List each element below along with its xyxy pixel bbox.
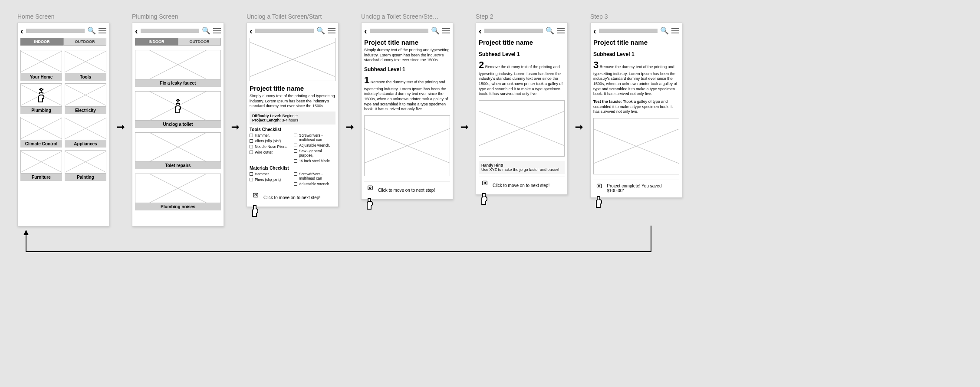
tile-tools[interactable]: Tools bbox=[65, 50, 106, 81]
pointer-icon bbox=[592, 193, 605, 208]
wireframe-flow: Home Screen ‹ 🔍 INDOOR OUTDOOR Your Home… bbox=[17, 13, 963, 226]
category-grid: Your Home Tools Plumbing Electricity Cli… bbox=[20, 50, 106, 181]
tools-heading: Tools Checklist bbox=[250, 127, 335, 132]
tap-icon bbox=[366, 185, 375, 195]
svg-point-5 bbox=[369, 187, 371, 189]
tile-furniture[interactable]: Furniture bbox=[20, 150, 62, 181]
pointer-icon bbox=[477, 190, 490, 205]
checkbox[interactable] bbox=[250, 172, 253, 176]
back-icon[interactable]: ‹ bbox=[250, 26, 253, 35]
back-icon[interactable]: ‹ bbox=[593, 26, 596, 35]
next-step-button[interactable]: Click to move on to next step! bbox=[250, 189, 335, 202]
step-body: 3 Remove the dummy text of the printing … bbox=[593, 59, 679, 97]
tab-indoor[interactable]: INDOOR bbox=[135, 38, 178, 46]
tile-climate[interactable]: Climate Control bbox=[20, 117, 62, 148]
tile-painting[interactable]: Painting bbox=[65, 150, 106, 181]
loopback-arrow bbox=[17, 226, 660, 261]
tabs: INDOOR OUTDOOR bbox=[20, 38, 106, 46]
svg-point-9 bbox=[599, 185, 600, 187]
step-body: 1 Remove the dummy text of the printing … bbox=[364, 74, 450, 112]
tap-icon bbox=[35, 88, 48, 102]
topbar: ‹ 🔍 bbox=[479, 26, 565, 38]
svg-rect-8 bbox=[597, 184, 601, 188]
search-input[interactable] bbox=[599, 29, 658, 33]
tile-plumbing[interactable]: Plumbing bbox=[20, 83, 62, 114]
menu-icon[interactable] bbox=[99, 28, 106, 33]
search-input[interactable] bbox=[255, 29, 314, 33]
list-item[interactable]: Tolet repairs bbox=[135, 132, 221, 169]
flow-arrow: ➞ bbox=[230, 13, 240, 133]
svg-rect-2 bbox=[253, 193, 258, 197]
checkbox[interactable] bbox=[250, 178, 253, 181]
checkbox[interactable] bbox=[294, 172, 297, 176]
search-icon[interactable]: 🔍 bbox=[660, 27, 669, 34]
search-input[interactable] bbox=[370, 29, 428, 33]
screen-label: Step 2 bbox=[476, 13, 568, 20]
search-icon[interactable]: 🔍 bbox=[431, 27, 440, 34]
back-icon[interactable]: ‹ bbox=[135, 26, 138, 35]
topbar: ‹ 🔍 bbox=[593, 26, 679, 38]
topbar: ‹ 🔍 bbox=[135, 26, 221, 38]
flow-arrow: ➞ bbox=[574, 13, 584, 133]
back-icon[interactable]: ‹ bbox=[20, 26, 23, 35]
tab-indoor[interactable]: INDOOR bbox=[20, 38, 63, 46]
menu-icon[interactable] bbox=[442, 28, 450, 33]
checkbox[interactable] bbox=[250, 139, 253, 143]
checkbox[interactable] bbox=[294, 149, 297, 153]
search-icon[interactable]: 🔍 bbox=[316, 27, 325, 34]
project-title: Project title name bbox=[364, 39, 450, 46]
checkbox[interactable] bbox=[294, 134, 297, 137]
tap-icon bbox=[171, 98, 184, 113]
search-input[interactable] bbox=[141, 29, 199, 33]
subhead: Subhead Level 1 bbox=[593, 51, 679, 57]
checkbox[interactable] bbox=[250, 151, 253, 154]
screen-plumbing: Plumbing Screen ‹ 🔍 INDOOR OUTDOOR Fix a… bbox=[132, 13, 224, 226]
svg-rect-4 bbox=[368, 186, 372, 190]
step-image bbox=[479, 100, 565, 157]
menu-icon[interactable] bbox=[671, 28, 679, 33]
search-icon[interactable]: 🔍 bbox=[546, 27, 554, 34]
next-step-button[interactable]: Click to move on to next step! bbox=[479, 177, 565, 190]
list-item[interactable]: Unclog a toilet bbox=[135, 91, 221, 128]
screen-label: Unclog a Toilet Screen/Ste… bbox=[361, 13, 453, 20]
search-input[interactable] bbox=[484, 29, 543, 33]
topbar: ‹ 🔍 bbox=[250, 26, 335, 38]
checkbox[interactable] bbox=[294, 159, 297, 163]
back-icon[interactable]: ‹ bbox=[364, 26, 367, 35]
checkbox[interactable] bbox=[294, 144, 297, 147]
tab-outdoor[interactable]: OUTDOOR bbox=[63, 38, 106, 46]
complete-button[interactable]: Project complete! You saved $100.00* bbox=[593, 180, 679, 193]
screen-label: Home Screen bbox=[17, 13, 109, 20]
flow-arrow: ➞ bbox=[115, 13, 126, 133]
hero-image bbox=[250, 38, 335, 81]
menu-icon[interactable] bbox=[213, 28, 221, 33]
list-item[interactable]: Plumbing noises bbox=[135, 174, 221, 210]
step-image bbox=[593, 118, 679, 174]
screen-home: Home Screen ‹ 🔍 INDOOR OUTDOOR Your Home… bbox=[17, 13, 109, 226]
screen-label: Step 3 bbox=[590, 13, 682, 20]
screen-step1: Unclog a Toilet Screen/Ste… ‹ 🔍 Project … bbox=[361, 13, 453, 200]
search-icon[interactable]: 🔍 bbox=[202, 27, 210, 34]
screen-label: Plumbing Screen bbox=[132, 13, 224, 20]
checkbox[interactable] bbox=[250, 145, 253, 148]
tab-outdoor[interactable]: OUTDOOR bbox=[178, 38, 221, 46]
back-icon[interactable]: ‹ bbox=[479, 26, 482, 35]
flow-arrow: ➞ bbox=[345, 13, 355, 133]
list-item[interactable]: Fix a leaky faucet bbox=[135, 50, 221, 87]
menu-icon[interactable] bbox=[328, 28, 335, 33]
project-list: Fix a leaky faucet Unclog a toilet Tolet… bbox=[135, 50, 221, 210]
step-number: 3 bbox=[593, 59, 599, 70]
checkbox[interactable] bbox=[294, 182, 297, 186]
project-title: Project title name bbox=[250, 85, 335, 92]
tile-your-home[interactable]: Your Home bbox=[20, 50, 62, 81]
svg-point-3 bbox=[255, 194, 257, 196]
tile-electricity[interactable]: Electricity bbox=[65, 83, 106, 114]
checkbox[interactable] bbox=[250, 134, 253, 137]
svg-point-7 bbox=[484, 182, 486, 184]
tile-appliances[interactable]: Appliances bbox=[65, 117, 106, 148]
menu-icon[interactable] bbox=[557, 28, 565, 33]
next-step-button[interactable]: Click to move on to next step! bbox=[364, 181, 450, 195]
tap-icon bbox=[251, 193, 260, 202]
search-input[interactable] bbox=[26, 29, 85, 33]
search-icon[interactable]: 🔍 bbox=[87, 27, 96, 34]
